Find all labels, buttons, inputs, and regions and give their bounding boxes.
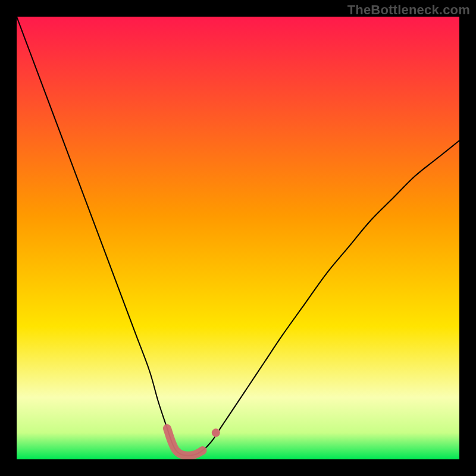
curve-marker-dot xyxy=(212,428,220,437)
watermark-text: TheBottleneck.com xyxy=(347,2,470,18)
gradient-background xyxy=(17,17,459,459)
plot-area xyxy=(17,17,459,459)
chart-svg xyxy=(17,17,459,459)
chart-frame: TheBottleneck.com xyxy=(0,0,476,476)
